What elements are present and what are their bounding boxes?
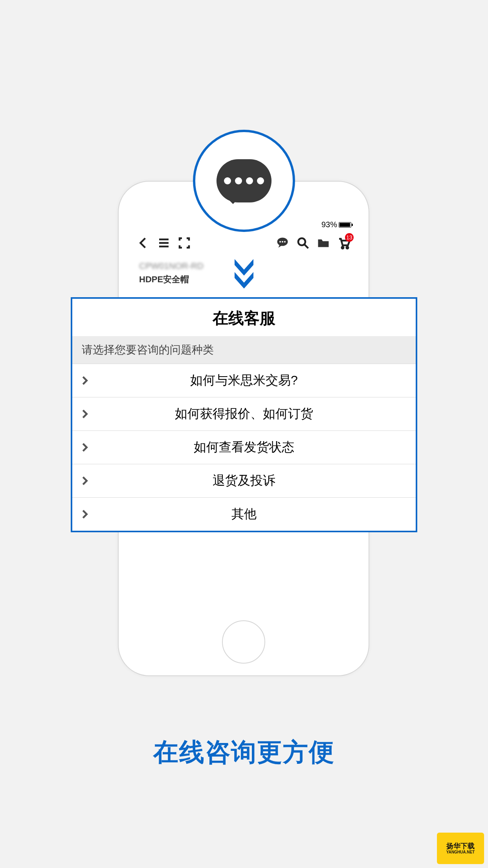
svg-point-7 [298,238,305,245]
toolbar: 13 [131,231,356,255]
battery-percent: 93% [321,220,337,229]
menu-item-label: 退货及投诉 [90,472,409,489]
scan-button[interactable] [175,234,193,252]
menu-item-label: 如何查看发货状态 [90,439,409,456]
chevron-right-icon [79,408,90,419]
menu-item-shipping-status[interactable]: 如何查看发货状态 [72,430,416,464]
svg-point-6 [284,241,286,243]
menu-button[interactable] [155,234,173,252]
phone-home-button [222,620,265,664]
search-button[interactable] [294,234,312,252]
scan-icon [177,236,191,250]
menu-item-quote-order[interactable]: 如何获得报价、如何订货 [72,397,416,430]
chat-bubble-icon [216,159,272,202]
chat-button[interactable] [273,234,292,252]
menu-item-label: 如何获得报价、如何订货 [90,405,409,423]
menu-item-transaction[interactable]: 如何与米思米交易? [72,364,416,397]
cart-button[interactable]: 13 [335,234,353,252]
svg-marker-11 [235,259,253,276]
product-sku: CPW01NOR-RD [139,261,204,271]
callout-arrow [232,256,256,292]
menu-item-label: 如何与米思米交易? [90,372,409,389]
chat-icon [275,236,290,250]
panel-title: 在线客服 [72,299,416,336]
status-battery: 93% [321,220,351,229]
chevron-right-icon [79,475,90,486]
chevron-right-icon [79,442,90,453]
panel-hint: 请选择您要咨询的问题种类 [72,336,416,364]
menu-item-return-complaint[interactable]: 退货及投诉 [72,464,416,497]
chevron-left-icon [136,236,150,250]
watermark: 扬华下载 YANGHUA.NET [437,833,484,864]
chat-callout [193,130,295,232]
svg-point-10 [347,247,349,249]
search-icon [296,236,310,250]
watermark-line1: 扬华下载 [446,842,475,850]
svg-point-5 [282,241,283,243]
customer-service-panel: 在线客服 请选择您要咨询的问题种类 如何与米思米交易? 如何获得报价、如何订货 … [71,297,417,532]
tagline: 在线咨询更方便 [0,735,488,769]
double-chevron-down-icon [232,256,256,291]
chevron-right-icon [79,375,90,386]
menu-item-label: 其他 [90,506,409,523]
watermark-line2: YANGHUA.NET [446,850,475,854]
battery-icon [339,222,351,228]
folder-icon [316,236,330,250]
menu-item-other[interactable]: 其他 [72,497,416,531]
chevron-right-icon [79,509,90,520]
svg-point-9 [342,247,344,249]
svg-line-8 [305,245,308,248]
svg-point-4 [279,241,281,243]
hamburger-icon [157,236,171,250]
back-button[interactable] [134,234,152,252]
folder-button[interactable] [314,234,332,252]
cart-badge: 13 [345,233,354,242]
